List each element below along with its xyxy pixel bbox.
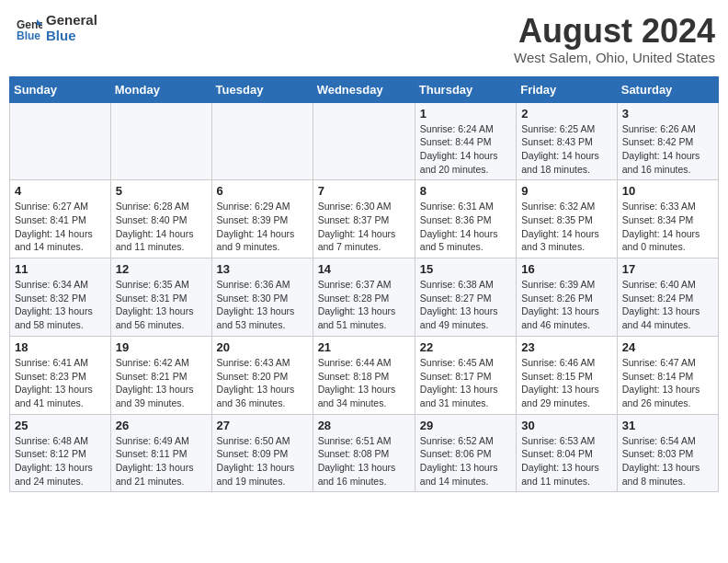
weekday-header-tuesday: Tuesday <box>211 76 313 102</box>
day-number: 7 <box>318 184 410 198</box>
logo-text: General Blue <box>46 13 97 43</box>
calendar-cell <box>10 102 111 180</box>
day-number: 29 <box>420 419 511 432</box>
day-info: Sunrise: 6:30 AM Sunset: 8:37 PM Dayligh… <box>318 200 410 254</box>
calendar-cell: 12Sunrise: 6:35 AM Sunset: 8:31 PM Dayli… <box>110 259 211 337</box>
logo-icon: General Blue <box>17 16 42 41</box>
day-number: 10 <box>622 184 713 198</box>
week-row-3: 11Sunrise: 6:34 AM Sunset: 8:32 PM Dayli… <box>10 259 719 337</box>
header: General Blue General Blue August 2024 We… <box>9 9 719 69</box>
day-info: Sunrise: 6:36 AM Sunset: 8:30 PM Dayligh… <box>217 278 308 332</box>
day-number: 12 <box>116 262 207 276</box>
calendar-cell: 27Sunrise: 6:50 AM Sunset: 8:09 PM Dayli… <box>211 414 313 492</box>
day-info: Sunrise: 6:39 AM Sunset: 8:26 PM Dayligh… <box>521 278 612 332</box>
day-info: Sunrise: 6:44 AM Sunset: 8:18 PM Dayligh… <box>318 356 410 410</box>
calendar-cell: 1Sunrise: 6:24 AM Sunset: 8:44 PM Daylig… <box>415 102 516 180</box>
day-number: 18 <box>15 340 106 354</box>
calendar-cell: 14Sunrise: 6:37 AM Sunset: 8:28 PM Dayli… <box>313 259 415 337</box>
day-info: Sunrise: 6:32 AM Sunset: 8:35 PM Dayligh… <box>521 200 612 254</box>
calendar-cell: 25Sunrise: 6:48 AM Sunset: 8:12 PM Dayli… <box>10 414 111 492</box>
day-number: 9 <box>521 184 612 198</box>
day-number: 14 <box>318 262 410 276</box>
day-info: Sunrise: 6:48 AM Sunset: 8:12 PM Dayligh… <box>15 434 106 488</box>
weekday-header-wednesday: Wednesday <box>313 76 415 102</box>
calendar-cell: 8Sunrise: 6:31 AM Sunset: 8:36 PM Daylig… <box>415 180 516 259</box>
day-info: Sunrise: 6:50 AM Sunset: 8:09 PM Dayligh… <box>217 434 308 488</box>
day-info: Sunrise: 6:42 AM Sunset: 8:21 PM Dayligh… <box>116 356 207 410</box>
calendar-cell <box>211 102 313 180</box>
day-number: 8 <box>420 184 511 198</box>
day-info: Sunrise: 6:37 AM Sunset: 8:28 PM Dayligh… <box>318 278 410 332</box>
calendar-cell: 7Sunrise: 6:30 AM Sunset: 8:37 PM Daylig… <box>313 180 415 259</box>
day-info: Sunrise: 6:31 AM Sunset: 8:36 PM Dayligh… <box>420 200 511 254</box>
day-number: 1 <box>420 107 511 121</box>
calendar-cell: 17Sunrise: 6:40 AM Sunset: 8:24 PM Dayli… <box>617 259 718 337</box>
calendar-cell: 21Sunrise: 6:44 AM Sunset: 8:18 PM Dayli… <box>313 336 415 414</box>
week-row-2: 4Sunrise: 6:27 AM Sunset: 8:41 PM Daylig… <box>10 180 719 259</box>
calendar-cell: 15Sunrise: 6:38 AM Sunset: 8:27 PM Dayli… <box>415 259 516 337</box>
day-info: Sunrise: 6:40 AM Sunset: 8:24 PM Dayligh… <box>622 278 713 332</box>
day-number: 21 <box>318 340 410 354</box>
calendar-cell <box>313 102 415 180</box>
day-number: 27 <box>217 419 308 432</box>
day-number: 15 <box>420 262 511 276</box>
location: West Salem, Ohio, United States <box>514 50 715 65</box>
day-number: 19 <box>116 340 207 354</box>
calendar-cell: 3Sunrise: 6:26 AM Sunset: 8:42 PM Daylig… <box>617 102 718 180</box>
svg-text:Blue: Blue <box>17 29 40 41</box>
day-number: 16 <box>521 262 612 276</box>
weekday-header-monday: Monday <box>110 76 211 102</box>
calendar-cell: 4Sunrise: 6:27 AM Sunset: 8:41 PM Daylig… <box>10 180 111 259</box>
calendar-cell: 31Sunrise: 6:54 AM Sunset: 8:03 PM Dayli… <box>617 414 718 492</box>
week-row-5: 25Sunrise: 6:48 AM Sunset: 8:12 PM Dayli… <box>10 414 719 492</box>
calendar-cell: 29Sunrise: 6:52 AM Sunset: 8:06 PM Dayli… <box>415 414 516 492</box>
day-number: 26 <box>116 419 207 432</box>
calendar-cell: 18Sunrise: 6:41 AM Sunset: 8:23 PM Dayli… <box>10 336 111 414</box>
day-number: 17 <box>622 262 713 276</box>
day-info: Sunrise: 6:51 AM Sunset: 8:08 PM Dayligh… <box>318 434 410 488</box>
calendar-cell: 23Sunrise: 6:46 AM Sunset: 8:15 PM Dayli… <box>517 336 618 414</box>
day-info: Sunrise: 6:38 AM Sunset: 8:27 PM Dayligh… <box>420 278 511 332</box>
calendar-cell: 16Sunrise: 6:39 AM Sunset: 8:26 PM Dayli… <box>517 259 618 337</box>
calendar-cell: 11Sunrise: 6:34 AM Sunset: 8:32 PM Dayli… <box>10 259 111 337</box>
calendar-cell: 20Sunrise: 6:43 AM Sunset: 8:20 PM Dayli… <box>211 336 313 414</box>
day-info: Sunrise: 6:43 AM Sunset: 8:20 PM Dayligh… <box>217 356 308 410</box>
logo: General Blue General Blue <box>17 13 97 43</box>
day-number: 11 <box>15 262 106 276</box>
day-number: 3 <box>622 107 713 121</box>
weekday-header-saturday: Saturday <box>617 76 718 102</box>
day-info: Sunrise: 6:28 AM Sunset: 8:40 PM Dayligh… <box>116 200 207 254</box>
day-number: 4 <box>15 184 106 198</box>
day-number: 31 <box>622 419 713 432</box>
month-title: August 2024 <box>514 13 715 50</box>
calendar-cell: 6Sunrise: 6:29 AM Sunset: 8:39 PM Daylig… <box>211 180 313 259</box>
day-number: 5 <box>116 184 207 198</box>
day-number: 23 <box>521 340 612 354</box>
calendar-cell: 13Sunrise: 6:36 AM Sunset: 8:30 PM Dayli… <box>211 259 313 337</box>
day-info: Sunrise: 6:34 AM Sunset: 8:32 PM Dayligh… <box>15 278 106 332</box>
calendar: SundayMondayTuesdayWednesdayThursdayFrid… <box>9 76 719 493</box>
calendar-cell: 5Sunrise: 6:28 AM Sunset: 8:40 PM Daylig… <box>110 180 211 259</box>
day-number: 2 <box>521 107 612 121</box>
day-info: Sunrise: 6:49 AM Sunset: 8:11 PM Dayligh… <box>116 434 207 488</box>
day-info: Sunrise: 6:24 AM Sunset: 8:44 PM Dayligh… <box>420 122 511 177</box>
day-info: Sunrise: 6:41 AM Sunset: 8:23 PM Dayligh… <box>15 356 106 410</box>
day-info: Sunrise: 6:27 AM Sunset: 8:41 PM Dayligh… <box>15 200 106 254</box>
day-number: 13 <box>217 262 308 276</box>
logo-blue-text: Blue <box>46 29 97 44</box>
day-number: 24 <box>622 340 713 354</box>
day-info: Sunrise: 6:29 AM Sunset: 8:39 PM Dayligh… <box>217 200 308 254</box>
logo-general-text: General <box>46 13 97 29</box>
calendar-cell: 2Sunrise: 6:25 AM Sunset: 8:43 PM Daylig… <box>517 102 618 180</box>
day-number: 22 <box>420 340 511 354</box>
day-info: Sunrise: 6:33 AM Sunset: 8:34 PM Dayligh… <box>622 200 713 254</box>
calendar-cell <box>110 102 211 180</box>
week-row-4: 18Sunrise: 6:41 AM Sunset: 8:23 PM Dayli… <box>10 336 719 414</box>
day-number: 28 <box>318 419 410 432</box>
day-info: Sunrise: 6:54 AM Sunset: 8:03 PM Dayligh… <box>622 434 713 488</box>
weekday-header-row: SundayMondayTuesdayWednesdayThursdayFrid… <box>10 76 719 102</box>
title-area: August 2024 West Salem, Ohio, United Sta… <box>514 13 715 65</box>
calendar-cell: 10Sunrise: 6:33 AM Sunset: 8:34 PM Dayli… <box>617 180 718 259</box>
calendar-cell: 19Sunrise: 6:42 AM Sunset: 8:21 PM Dayli… <box>110 336 211 414</box>
day-info: Sunrise: 6:25 AM Sunset: 8:43 PM Dayligh… <box>521 122 612 177</box>
